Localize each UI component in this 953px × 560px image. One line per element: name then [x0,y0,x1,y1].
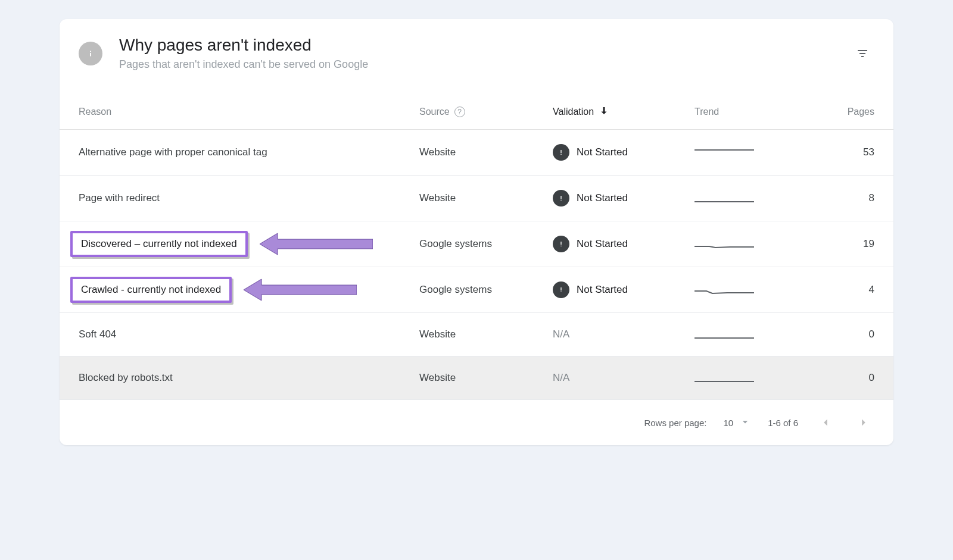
reason-cell: Blocked by robots.txt [60,356,410,400]
warning-icon [553,190,569,207]
source-cell: Google systems [410,267,543,313]
validation-status: N/A [553,329,569,340]
col-header-reason[interactable]: Reason [60,82,410,130]
col-header-validation[interactable]: Validation [543,82,685,130]
pages-cell: 53 [793,130,893,176]
rows-per-page-value: 10 [723,418,733,428]
validation-cell: N/A [543,313,685,356]
trend-cell [685,176,793,221]
source-cell: Website [410,130,543,176]
trend-cell [685,221,793,267]
validation-cell: Not Started [543,176,685,221]
warning-icon [553,281,569,298]
trend-cell [685,130,793,176]
source-cell: Website [410,176,543,221]
reason-cell: Crawled - currently not indexed [60,267,410,313]
sparkline [694,191,754,205]
reason-cell: Alternative page with proper canonical t… [60,130,410,176]
trend-cell [685,267,793,313]
validation-status: Not Started [577,238,628,250]
validation-cell: Not Started [543,267,685,313]
sparkline [694,327,754,342]
rows-per-page-select[interactable]: 10 [723,416,751,430]
filter-icon [855,46,870,61]
validation-cell: Not Started [543,130,685,176]
chevron-right-icon [857,416,870,429]
help-icon[interactable]: ? [454,107,465,117]
card-title: Why pages aren't indexed [119,36,851,55]
source-cell: Google systems [410,221,543,267]
source-cell: Website [410,356,543,400]
arrow-left-icon [260,232,373,256]
col-header-pages[interactable]: Pages [793,82,893,130]
validation-cell: N/A [543,356,685,400]
card-header: Why pages aren't indexed Pages that aren… [60,19,893,82]
reasons-table: Reason Source ? Validation Trend Pages A… [60,82,893,400]
validation-status: Not Started [577,284,628,296]
reason-cell: Soft 404 [60,313,410,356]
sparkline [694,283,754,297]
reason-cell: Page with redirect [60,176,410,221]
sparkline [694,145,754,159]
pages-cell: 8 [793,176,893,221]
validation-cell: Not Started [543,221,685,267]
sparkline [694,371,754,385]
trend-cell [685,356,793,400]
info-icon [79,42,102,65]
table-row[interactable]: Blocked by robots.txtWebsiteN/A0 [60,356,893,400]
page-range: 1-6 of 6 [768,418,798,428]
warning-icon [553,144,569,161]
table-row[interactable]: Page with redirectWebsiteNot Started8 [60,176,893,221]
table-row[interactable]: Discovered – currently not indexedGoogle… [60,221,893,267]
warning-icon [553,236,569,252]
pagination-bar: Rows per page: 10 1-6 of 6 [60,400,893,445]
arrow-left-icon [244,278,357,302]
reason-cell: Discovered – currently not indexed [60,221,410,267]
highlight-annotation: Discovered – currently not indexed [70,231,248,257]
card-subtitle: Pages that aren't indexed can't be serve… [119,58,851,71]
chevron-left-icon [819,416,832,429]
trend-cell [685,313,793,356]
pages-cell: 0 [793,356,893,400]
pages-cell: 19 [793,221,893,267]
caret-down-icon [739,416,751,430]
col-header-trend[interactable]: Trend [685,82,793,130]
source-cell: Website [410,313,543,356]
validation-status: Not Started [577,146,628,158]
table-row[interactable]: Alternative page with proper canonical t… [60,130,893,176]
next-page-button[interactable] [853,412,874,433]
filter-button[interactable] [851,42,874,65]
col-header-source[interactable]: Source ? [410,82,543,130]
prev-page-button[interactable] [815,412,836,433]
validation-status: N/A [553,372,569,383]
table-row[interactable]: Crawled - currently not indexedGoogle sy… [60,267,893,313]
validation-status: Not Started [577,192,628,204]
pages-cell: 4 [793,267,893,313]
highlight-annotation: Crawled - currently not indexed [70,277,232,303]
rows-per-page-label: Rows per page: [644,418,706,428]
sparkline [694,237,754,251]
pages-cell: 0 [793,313,893,356]
indexing-reasons-card: Why pages aren't indexed Pages that aren… [60,19,893,445]
table-row[interactable]: Soft 404WebsiteN/A0 [60,313,893,356]
sort-desc-icon [599,105,609,118]
